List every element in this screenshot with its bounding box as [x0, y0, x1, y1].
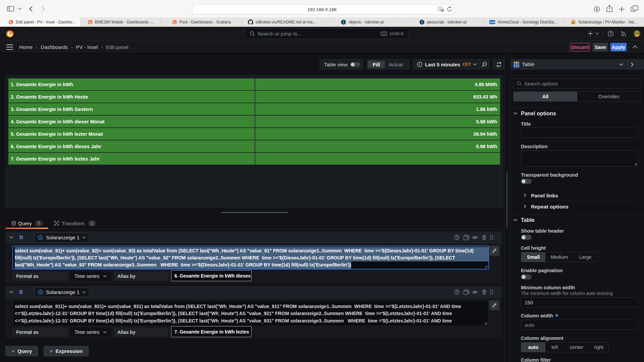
svg-text:文: 文 — [441, 9, 444, 12]
svg-text:DSM: DSM — [490, 21, 495, 23]
svg-text:?: ? — [609, 32, 611, 36]
